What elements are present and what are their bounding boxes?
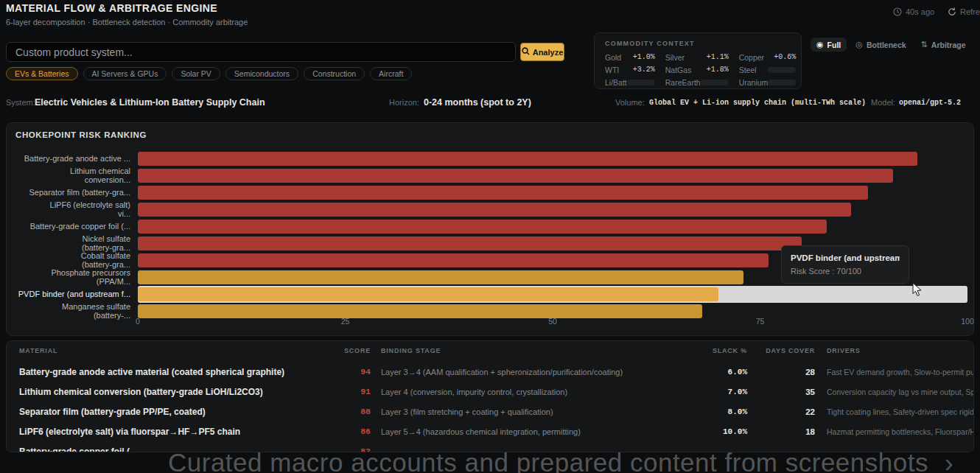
commodity-steel: Steel — [739, 65, 797, 74]
cell-slack: 7.0% — [687, 388, 747, 396]
bar-track[interactable] — [138, 218, 967, 235]
cell-material: Lithium chemical conversion (battery-gra… — [7, 387, 340, 397]
preset-chip-aircraft[interactable]: Aircraft — [370, 67, 412, 80]
preset-chip-construction[interactable]: Construction — [304, 67, 365, 80]
risk-bar[interactable] — [138, 220, 827, 234]
risk-bar[interactable] — [138, 152, 917, 166]
header-days-cover: DAYS COVER — [747, 347, 815, 354]
commodity-name: WTI — [605, 66, 619, 74]
tab-full[interactable]: ◉Full — [811, 38, 847, 52]
refresh-icon — [948, 7, 956, 16]
material-table-panel: MATERIAL SCORE BINDING STAGE SLACK % DAY… — [6, 340, 974, 452]
tab-label: Bottleneck — [867, 41, 906, 49]
table-row[interactable]: Battery-grade anode active material (coa… — [7, 362, 973, 382]
system-info-bar: System: Electric Vehicles & Lithium-Ion … — [0, 98, 980, 111]
risk-bar[interactable] — [138, 203, 851, 217]
loading-pill — [768, 80, 796, 85]
table-row[interactable]: Separator film (battery-grade PP/PE, coa… — [7, 402, 973, 421]
bar-track[interactable] — [138, 286, 967, 303]
commodity-name: Steel — [739, 66, 757, 74]
axis-tick: 25 — [341, 317, 350, 326]
system-value: Electric Vehicles & Lithium-Ion Battery … — [35, 97, 265, 108]
bar-track[interactable] — [138, 201, 967, 218]
bar-track[interactable] — [138, 184, 967, 201]
risk-bar[interactable] — [138, 270, 743, 284]
header-drivers: DRIVERS — [815, 347, 973, 354]
commodity-change: +0.6% — [774, 53, 796, 61]
commodity-natgas: NatGas+1.8% — [665, 65, 729, 74]
risk-bar[interactable] — [138, 169, 893, 183]
last-updated: 40s ago — [893, 7, 934, 16]
table-body: Battery-grade anode active material (coa… — [7, 362, 973, 452]
bar-track[interactable] — [138, 150, 967, 167]
bar-row-lipf6-electrolyte-salt: LiPF6 (electrolyte salt) vi... — [15, 201, 967, 218]
horizon-label: Horizon: — [389, 98, 419, 107]
table-row[interactable]: Lithium chemical conversion (battery-gra… — [7, 382, 973, 402]
commodity-name: Silver — [665, 53, 685, 62]
cell-slack: 6.0% — [687, 368, 747, 376]
bar-label: Lithium chemical conversion... — [15, 167, 138, 184]
commodity-name: Li/Batt — [605, 78, 627, 87]
preset-chip-ai-servers-gpus[interactable]: AI Servers & GPUs — [83, 67, 167, 80]
system-label: System: — [6, 98, 35, 107]
app-root: MATERIAL FLOW & ARBITRAGE ENGINE 6-layer… — [0, 0, 980, 473]
cell-material: LiPF6 (electrolyte salt) via fluorspar→H… — [7, 427, 340, 437]
tab-arbitrage[interactable]: ⇅Arbitrage — [915, 38, 972, 52]
risk-bar[interactable] — [138, 253, 769, 267]
overlay-chevron-icon: › — [945, 448, 953, 473]
commodity-copper: Copper+0.6% — [739, 52, 797, 62]
commodity-change: +1.8% — [707, 66, 729, 74]
risk-bar[interactable] — [138, 186, 868, 200]
bar-chart: Battery-grade anode active ...Lithium ch… — [15, 150, 967, 320]
preset-chip-row: EVs & BatteriesAI Servers & GPUsSolar PV… — [6, 67, 412, 80]
header-material: MATERIAL — [7, 347, 340, 354]
cell-drivers: Conversion capacity lag vs mine output, … — [815, 388, 973, 396]
bar-label: Nickel sulfate (battery-gra... — [15, 235, 138, 252]
cell-days-cover: 18 — [747, 427, 815, 436]
bottom-overlay[interactable]: Curated macro accounts and prepared cont… — [168, 448, 953, 473]
preset-chip-semiconductors[interactable]: Semiconductors — [225, 67, 298, 80]
page-title: MATERIAL FLOW & ARBITRAGE ENGINE — [6, 2, 217, 14]
tooltip-title: PVDF binder (and upstream f... — [791, 253, 900, 262]
loading-pill — [627, 80, 655, 85]
axis-tick: 50 — [548, 317, 557, 326]
cell-binding-stage: Layer 3 (film stretching + coating + qua… — [371, 407, 687, 416]
model-value: openai/gpt-5.2 — [899, 99, 961, 107]
header-score: SCORE — [340, 347, 371, 354]
commodity-name: NatGas — [665, 66, 692, 74]
volume-label: Volume: — [615, 98, 645, 107]
bar-label: Manganese sulfate (battery-... — [15, 303, 138, 320]
preset-chip-evs-batteries[interactable]: EVs & Batteries — [6, 67, 78, 80]
overlay-text: Curated macro accounts and prepared cont… — [168, 448, 928, 473]
refresh-button[interactable]: Refresh — [948, 7, 980, 16]
search-input[interactable] — [6, 42, 516, 62]
page-subtitle: 6-layer decomposition · Bottleneck detec… — [6, 18, 248, 27]
tab-bottleneck[interactable]: ◎Bottleneck — [850, 38, 911, 52]
analyze-button[interactable]: Analyze — [520, 43, 564, 61]
arbitrage-icon: ⇅ — [921, 40, 928, 49]
commodity-grid: Gold+1.0%Silver+1.1%Copper+0.6%WTI+3.2%N… — [605, 52, 791, 87]
model-label: Model: — [871, 98, 895, 107]
cell-binding-stage: Layer 4 (conversion, impurity control, c… — [371, 388, 687, 396]
loading-pill — [768, 67, 796, 73]
horizon-value: 0-24 months (spot to 2Y) — [424, 97, 531, 108]
commodity-change: +1.1% — [707, 53, 729, 61]
cell-slack: 10.0% — [687, 427, 747, 436]
bar-label: LiPF6 (electrolyte salt) vi... — [15, 201, 138, 218]
table-row[interactable]: LiPF6 (electrolyte salt) via fluorspar→H… — [7, 421, 973, 441]
axis-tick: 0 — [136, 317, 140, 326]
bar-label: Phosphate precursors (PPA/M... — [15, 269, 138, 286]
analyze-label: Analyze — [533, 48, 564, 57]
risk-bar[interactable] — [138, 236, 802, 250]
last-updated-text: 40s ago — [906, 7, 934, 16]
cell-days-cover: 35 — [747, 388, 815, 396]
tab-substitution[interactable]: ⇄Substitution — [974, 38, 980, 52]
bar-track[interactable] — [138, 167, 967, 184]
commodity-gold: Gold+1.0% — [605, 52, 655, 62]
risk-bar[interactable] — [138, 287, 718, 301]
chart-title: CHOKEPOINT RISK RANKING — [15, 130, 147, 139]
preset-chip-solar-pv[interactable]: Solar PV — [172, 67, 220, 80]
header-slack: SLACK % — [687, 347, 747, 354]
commodity-name: Copper — [739, 53, 764, 62]
chart-tooltip: PVDF binder (and upstream f... Risk Scor… — [781, 245, 909, 284]
